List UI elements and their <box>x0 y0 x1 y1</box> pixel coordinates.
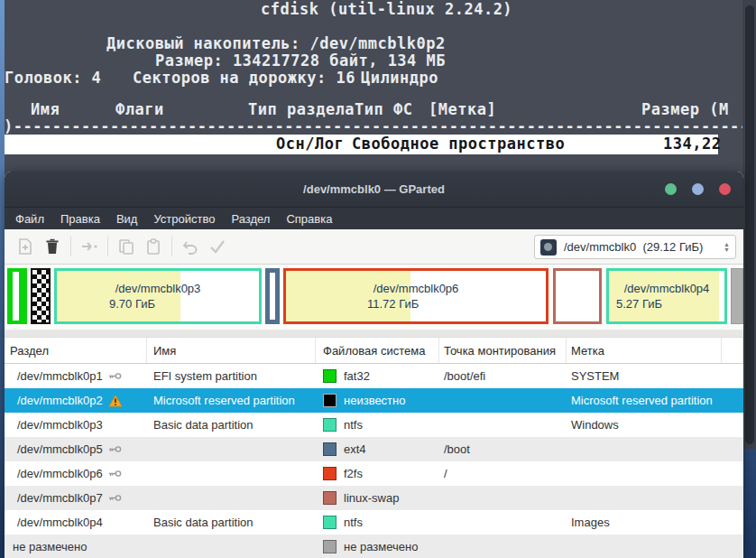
diskbar-segment-p6[interactable]: /dev/mmcblk0p6 11.72 ГиБ <box>283 268 549 324</box>
fs-name: ntfs <box>344 418 363 432</box>
menu-view[interactable]: Вид <box>108 212 146 226</box>
partition-device: /dev/mmcblk0p5 <box>17 442 103 456</box>
device-selector[interactable]: /dev/mmcblk0 (29.12 ГиБ) ▲▼ <box>534 235 736 259</box>
cfdisk-highlighted-row[interactable]: Осн/Лог Свободное пространство 134,22 <box>5 135 718 154</box>
fs-color-swatch <box>323 516 337 529</box>
header-filesystem[interactable]: Файловая система <box>316 338 439 363</box>
disk-icon <box>540 239 557 256</box>
terminal-scrollbar-thumb[interactable] <box>745 5 754 444</box>
gparted-titlebar[interactable]: /dev/mmcblk0 — GParted <box>5 172 743 208</box>
table-row[interactable]: /dev/mmcblk0p1 EFI system partition fat3… <box>5 364 743 388</box>
fs-color-swatch <box>323 442 337 456</box>
menu-file[interactable]: Файл <box>7 212 52 226</box>
diskbar-segment-p3[interactable]: /dev/mmcblk0p3 9.70 ГиБ <box>54 268 262 324</box>
fs-color-swatch <box>323 394 337 407</box>
menubar: Файл Правка Вид Устройство Раздел Справк… <box>5 208 743 229</box>
menu-edit[interactable]: Правка <box>52 212 108 226</box>
mount-point: / <box>439 467 567 480</box>
key-icon <box>108 469 122 479</box>
partition-device: /dev/mmcblk0p6 <box>17 467 103 480</box>
key-icon <box>108 371 122 381</box>
partition-device: /dev/mmcblk0p7 <box>17 491 103 505</box>
disk-visual-bar: /dev/mmcblk0p3 9.70 ГиБ /dev/mmcblk0p6 1… <box>5 265 743 338</box>
header-label[interactable]: Метка <box>567 338 722 363</box>
cfdisk-size-line: Размер: 134217728 байт, 134 МБ <box>155 52 446 70</box>
partition-name: Microsoft reserved partition <box>147 394 316 407</box>
maximize-button[interactable] <box>692 183 704 195</box>
table-row[interactable]: /dev/mmcblk0p6 f2fs / <box>5 461 743 486</box>
diskbar-segment-p4[interactable]: /dev/mmcblk0p4 5.27 ГиБ <box>606 268 727 324</box>
toolbar-separator <box>171 237 172 256</box>
fs-name: не размечено <box>344 540 418 553</box>
diskbar-segment-p2-selected[interactable] <box>31 268 51 324</box>
table-header: Раздел Имя Файловая система Точка монтир… <box>5 338 743 364</box>
menu-partition[interactable]: Раздел <box>223 212 278 226</box>
add-partition-button[interactable] <box>14 235 37 258</box>
menu-help[interactable]: Справка <box>278 212 340 226</box>
fs-color-swatch <box>323 467 337 480</box>
diskbar-segment-p5[interactable] <box>265 268 280 324</box>
header-partition[interactable]: Раздел <box>5 338 147 363</box>
fs-color-swatch <box>323 540 337 553</box>
cfdisk-col-type-fs: Тип разделаТип ФС <box>248 101 413 118</box>
window-title: /dev/mmcblk0 — GParted <box>303 182 445 196</box>
table-row-selected[interactable]: /dev/mmcblk0p2 Microsoft reserved partit… <box>5 388 743 413</box>
partition-label: Windows <box>567 418 722 432</box>
cfdisk-sectors: Секторов на дорожку: 16 <box>133 70 355 87</box>
paste-button[interactable] <box>142 235 165 258</box>
undo-button[interactable] <box>179 235 202 258</box>
table-row[interactable]: /dev/mmcblk0p4 Basic data partition ntfs… <box>5 510 743 535</box>
cfdisk-col-flags: Флаги <box>115 101 164 118</box>
diskbar-segment-p1[interactable] <box>7 268 27 324</box>
panel-gap <box>5 330 743 337</box>
cfdisk-heads: Головок: 4 <box>5 70 101 87</box>
header-name[interactable]: Имя <box>147 338 316 363</box>
toolbar-separator <box>70 237 71 256</box>
table-row[interactable]: /dev/mmcblk0p5 ext4 /boot <box>5 437 743 461</box>
partition-name: EFI system partition <box>147 369 316 383</box>
minimize-button[interactable] <box>665 183 677 195</box>
partition-name: Basic data partition <box>147 516 316 529</box>
table-row[interactable]: не размечено не размечено <box>5 535 743 558</box>
partition-size: 11.72 ГиБ <box>367 296 419 312</box>
window-buttons <box>665 183 731 195</box>
diskbar-segment-p7[interactable] <box>553 268 602 324</box>
apply-button[interactable] <box>206 235 229 258</box>
key-icon <box>108 493 122 503</box>
header-mountpoint[interactable]: Точка монтирования <box>439 338 567 363</box>
table-row[interactable]: /dev/mmcblk0p3 Basic data partition ntfs… <box>5 413 743 437</box>
partition-device: /dev/mmcblk0p2 <box>17 394 103 407</box>
gparted-window: /dev/mmcblk0 — GParted Файл Правка Вид У… <box>5 172 743 558</box>
partition-device: /dev/mmcblk0p3 <box>17 418 103 432</box>
key-icon <box>108 444 122 454</box>
table-row[interactable]: /dev/mmcblk0p7 linux-swap <box>5 486 743 510</box>
diskbar-segment-unallocated[interactable] <box>731 268 743 324</box>
cfdisk-title: cfdisk (util-linux 2.24.2) <box>261 1 512 18</box>
terminal-scrollbar[interactable] <box>742 0 756 449</box>
delete-partition-button[interactable] <box>41 235 64 258</box>
partition-device: /dev/mmcblk0p4 <box>17 516 103 529</box>
cfdisk-col-name: Имя <box>31 101 60 118</box>
copy-button[interactable] <box>115 235 138 258</box>
partition-label: Images <box>567 516 722 529</box>
cfdisk-col-label: [Метка] <box>429 101 496 118</box>
spinner-arrows-icon[interactable]: ▲▼ <box>724 242 730 253</box>
partition-name: /dev/mmcblk0p4 <box>624 281 710 296</box>
fs-name: f2fs <box>344 467 363 480</box>
partition-size: 5.27 ГиБ <box>616 296 662 312</box>
cfdisk-col-size: Размер (М <box>641 101 729 118</box>
fs-name: ntfs <box>344 516 363 529</box>
partition-device: /dev/mmcblk0p1 <box>17 369 103 383</box>
menu-device[interactable]: Устройство <box>145 212 223 226</box>
partition-label: SYSTEM <box>567 369 722 383</box>
fs-color-swatch <box>323 369 337 383</box>
fs-name: linux-swap <box>344 491 399 505</box>
cfdisk-row-fs: Свободное пространство <box>352 135 565 153</box>
resize-move-button[interactable] <box>78 235 101 258</box>
header-size-clipped <box>722 338 743 363</box>
device-selector-value: /dev/mmcblk0 (29.12 ГиБ) <box>564 240 724 254</box>
close-button[interactable] <box>719 183 731 195</box>
cfdisk-row-size: 134,22 <box>663 135 721 153</box>
cfdisk-row-type: Осн/Лог <box>276 135 344 153</box>
fs-name: fat32 <box>344 369 370 383</box>
